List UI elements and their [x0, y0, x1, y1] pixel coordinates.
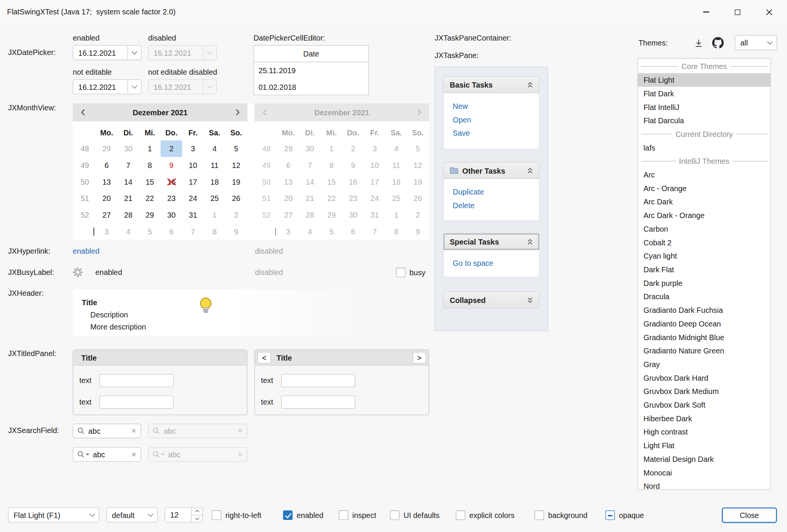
checkbox-right-to-left[interactable]: right-to-left: [212, 510, 261, 520]
calendar-day[interactable]: 28: [118, 207, 139, 223]
calendar-day[interactable]: 27: [96, 207, 118, 223]
taskpane-link[interactable]: Open: [444, 113, 539, 127]
datepicker-not-editable[interactable]: 16.12.2021: [73, 79, 142, 94]
calendar-day[interactable]: 17: [182, 174, 204, 190]
collapse-chevron-icon[interactable]: [527, 82, 533, 88]
checkbox-opaque[interactable]: opaque: [605, 510, 644, 520]
search-field[interactable]: abc✕: [73, 424, 141, 438]
calendar-day[interactable]: 18: [204, 174, 225, 190]
expand-chevron-icon[interactable]: [527, 297, 533, 303]
theme-item[interactable]: Flat IntelliJ: [638, 100, 770, 114]
calendar-day[interactable]: 5: [139, 223, 161, 240]
calendar-day[interactable]: 4: [118, 223, 139, 240]
taskpane-link[interactable]: Save: [444, 126, 539, 140]
taskpane-link[interactable]: Delete: [444, 199, 539, 212]
checkbox-box[interactable]: [212, 510, 221, 519]
calendar-day[interactable]: 2: [161, 140, 182, 157]
theme-item[interactable]: Gradianto Deep Ocean: [638, 317, 770, 331]
calendar-day[interactable]: 5: [225, 140, 247, 157]
theme-item[interactable]: Dark purple: [638, 276, 770, 290]
calendar-day[interactable]: 16: [161, 174, 182, 190]
calendar-day[interactable]: 13: [96, 174, 118, 190]
calendar-day[interactable]: 21: [118, 190, 139, 207]
checkbox-box[interactable]: [283, 510, 293, 519]
theme-item[interactable]: Gradianto Dark Fuchsia: [638, 303, 770, 317]
themes-list[interactable]: Core ThemesFlat LightFlat DarkFlat Intel…: [637, 58, 771, 490]
theme-item[interactable]: Dracula: [638, 290, 770, 303]
checkbox-background[interactable]: background: [535, 510, 587, 520]
theme-item[interactable]: Gray: [638, 358, 770, 371]
theme-item[interactable]: Carbon: [638, 222, 770, 236]
calendar-day[interactable]: 30: [161, 207, 182, 223]
calendar-day[interactable]: 12: [225, 157, 247, 174]
font-combo[interactable]: default: [106, 507, 157, 523]
table-row[interactable]: 01.02.2018: [254, 79, 368, 96]
theme-item[interactable]: Material Design Dark: [638, 452, 770, 466]
checkbox-ui-defaults[interactable]: UI defaults: [390, 510, 440, 520]
download-icon[interactable]: [693, 38, 704, 49]
taskpane-link[interactable]: Duplicate: [444, 185, 539, 199]
prev-month-icon[interactable]: [74, 103, 92, 121]
calendar-day[interactable]: 23: [161, 190, 182, 207]
calendar-day[interactable]: 7: [182, 223, 204, 240]
checkbox-box[interactable]: [456, 510, 465, 519]
theme-item[interactable]: Arc Dark - Orange: [638, 209, 770, 222]
theme-item[interactable]: Cobalt 2: [638, 235, 770, 249]
theme-item[interactable]: lafs: [638, 141, 770, 155]
calendar-day[interactable]: 6: [96, 157, 118, 174]
calendar-day[interactable]: 19: [225, 174, 247, 190]
checkbox-box[interactable]: [390, 510, 400, 519]
taskpane-link[interactable]: New: [444, 99, 539, 113]
calendar-day[interactable]: 9: [225, 223, 247, 240]
text-input[interactable]: [281, 395, 356, 408]
calendar-day[interactable]: 3: [182, 140, 204, 157]
theme-item[interactable]: Hiberbee Dark: [638, 412, 770, 425]
titled-panel-left-button[interactable]: <: [258, 352, 271, 363]
table-row[interactable]: 25.11.2019: [254, 62, 368, 79]
theme-item[interactable]: Dark Flat: [638, 263, 770, 276]
chevron-down-icon[interactable]: [127, 46, 141, 60]
checkbox-explicit-colors[interactable]: explicit colors: [456, 510, 515, 520]
chevron-down-icon[interactable]: [127, 80, 141, 94]
taskpane-header[interactable]: Basic Tasks: [443, 76, 540, 93]
calendar-day[interactable]: 11: [204, 157, 225, 174]
themes-filter-combo[interactable]: all: [735, 35, 777, 50]
collapse-chevron-icon[interactable]: [527, 167, 533, 174]
theme-item[interactable]: Cyan light: [638, 249, 770, 263]
calendar-day[interactable]: 31: [182, 207, 204, 223]
theme-item[interactable]: Gruvbox Dark Medium: [638, 384, 770, 398]
calendar-day[interactable]: 7: [118, 157, 139, 174]
calendar-day[interactable]: 15: [139, 174, 161, 190]
search-field[interactable]: abc✕: [73, 447, 141, 461]
font-size-spinner[interactable]: 12: [165, 507, 203, 523]
theme-item[interactable]: Gradianto Midnight Blue: [638, 330, 770, 344]
calendar-day[interactable]: 10: [182, 157, 204, 174]
theme-item[interactable]: Light Flat: [638, 439, 770, 452]
minimize-button[interactable]: [694, 0, 718, 24]
theme-item[interactable]: High contrast: [638, 425, 770, 439]
checkbox-inspect[interactable]: inspect: [339, 510, 376, 520]
calendar-day[interactable]: 8: [204, 223, 225, 240]
checkbox-box[interactable]: [605, 510, 615, 519]
theme-item[interactable]: Gruvbox Dark Hard: [638, 371, 770, 385]
next-month-icon[interactable]: [228, 103, 247, 121]
taskpane-header[interactable]: Other Tasks: [443, 162, 540, 179]
window-close-button[interactable]: [757, 0, 781, 24]
taskpane-link[interactable]: Go to space: [444, 256, 539, 270]
busy-checkbox-group[interactable]: busy: [396, 267, 426, 277]
theme-item[interactable]: Arc - Orange: [638, 182, 770, 195]
hyperlink-enabled[interactable]: enabled: [73, 246, 100, 256]
calendar-day[interactable]: 26: [225, 190, 247, 207]
busy-checkbox[interactable]: [396, 267, 406, 277]
calendar-day[interactable]: 30: [118, 140, 139, 157]
theme-item[interactable]: Gradianto Nature Green: [638, 344, 770, 358]
collapse-chevron-icon[interactable]: [527, 239, 533, 245]
github-icon[interactable]: [712, 37, 724, 49]
clear-icon[interactable]: ✕: [131, 451, 136, 458]
theme-item[interactable]: Arc: [638, 168, 770, 182]
calendar-day[interactable]: 6: [161, 223, 182, 240]
spinner-down-button[interactable]: [192, 515, 202, 522]
text-input[interactable]: [281, 374, 356, 387]
titled-panel-right-button[interactable]: >: [412, 352, 426, 363]
calendar-day[interactable]: 29: [139, 207, 161, 223]
